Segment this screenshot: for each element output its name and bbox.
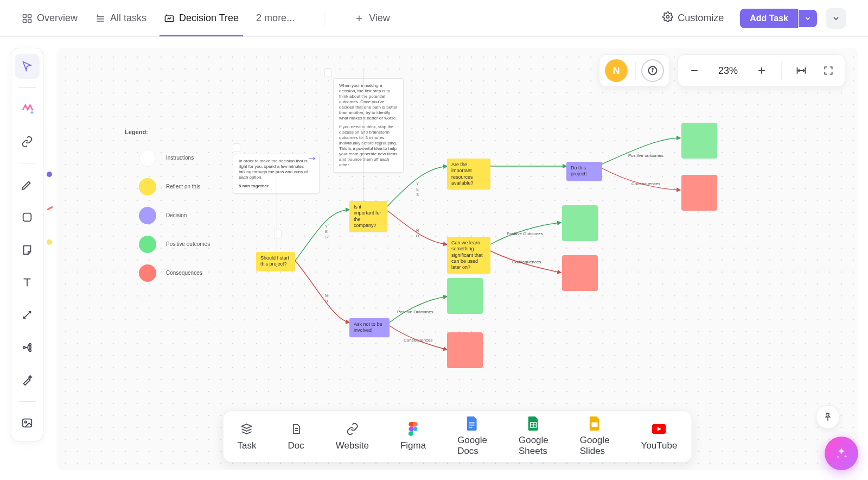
ai-fab-button[interactable] — [825, 437, 858, 470]
embed-dock: Task Doc Website Figma Google Docs Googl… — [223, 410, 692, 463]
node-resources[interactable]: Are the important resources available? — [447, 159, 490, 190]
tool-shape[interactable] — [15, 205, 40, 230]
dock-gdocs[interactable]: Google Docs — [457, 416, 487, 457]
dock-youtube[interactable]: YouTube — [641, 422, 678, 451]
add-task-button[interactable]: Add Task — [740, 9, 798, 28]
node-learn[interactable]: Can we learn something significant that … — [447, 237, 490, 274]
zoom-in-button[interactable] — [754, 63, 769, 78]
top-bar: Overview All tasks Decision Tree 2 more.… — [0, 0, 868, 37]
grid-icon — [22, 13, 33, 24]
tab-decision-tree[interactable]: Decision Tree — [164, 0, 239, 36]
svg-rect-36 — [469, 425, 475, 426]
card-stub[interactable] — [324, 68, 332, 77]
customize-label: Customize — [678, 12, 724, 24]
svg-point-17 — [29, 346, 31, 349]
svg-point-18 — [29, 350, 31, 352]
outcome-positive[interactable] — [447, 278, 483, 314]
dock-gslides[interactable]: Google Slides — [580, 416, 610, 457]
label-positive: Positive Outcomes — [397, 310, 433, 314]
svg-rect-2 — [23, 19, 27, 22]
svg-point-16 — [29, 344, 31, 346]
zoom-level[interactable]: 23% — [714, 65, 742, 77]
tab-add-view[interactable]: View — [354, 0, 390, 36]
separator — [324, 11, 324, 26]
legend-label: Consequences — [166, 270, 202, 277]
tool-ai-add[interactable]: + — [15, 97, 40, 122]
dock-label: Task — [238, 440, 257, 451]
fullscreen-button[interactable] — [821, 63, 836, 78]
tool-mindmap[interactable] — [15, 335, 40, 360]
svg-rect-35 — [469, 422, 475, 424]
tool-sticky[interactable] — [15, 237, 40, 262]
dock-label: Google Docs — [457, 435, 487, 457]
node-should-start[interactable]: Should I start this project? — [256, 252, 295, 271]
pin-dock-button[interactable] — [816, 405, 840, 429]
node-do-project[interactable]: Do this project! — [566, 162, 602, 181]
sticky-color-dot[interactable] — [47, 239, 52, 245]
dock-doc[interactable]: Doc — [288, 422, 304, 451]
outcome-positive[interactable] — [562, 205, 598, 241]
card-stub[interactable] — [274, 230, 282, 238]
legend-title: Legend: — [125, 129, 148, 136]
figma-icon — [406, 422, 420, 436]
avatar-initial: N — [613, 65, 620, 77]
more-menu-button[interactable] — [826, 8, 846, 29]
svg-point-23 — [652, 68, 653, 70]
legend-instructions: Instructions — [139, 149, 194, 167]
tool-pen[interactable] — [15, 172, 40, 197]
guide-line — [363, 70, 363, 205]
legend-swatch — [139, 207, 156, 224]
card-stub[interactable] — [233, 143, 240, 152]
add-task-dropdown[interactable] — [799, 10, 817, 27]
tool-text[interactable] — [15, 270, 40, 295]
gdocs-icon — [465, 416, 480, 431]
outcome-consequence[interactable] — [681, 175, 717, 211]
instruction-card-2[interactable]: When you're making a decision, the first… — [333, 78, 404, 173]
instruction-card-1[interactable]: In order to make the decision that is ri… — [233, 154, 320, 194]
zoom-out-button[interactable] — [687, 63, 702, 78]
dock-gsheets[interactable]: Google Sheets — [519, 416, 548, 457]
youtube-icon — [652, 422, 666, 436]
fit-width-button[interactable] — [794, 63, 809, 78]
tool-magic[interactable] — [15, 368, 40, 393]
instruction-text: If you need to think, stop the discussio… — [339, 124, 398, 168]
zoom-group: 23% — [678, 54, 845, 87]
outcome-positive[interactable] — [681, 123, 717, 159]
marker-yes: Y E S — [416, 181, 420, 197]
tool-select[interactable] — [15, 54, 40, 79]
tool-connector[interactable] — [15, 302, 40, 327]
label-consequences: Consequences — [512, 260, 541, 264]
outcome-consequence[interactable] — [447, 332, 483, 368]
legend-label: Instructions — [166, 155, 194, 162]
svg-point-43 — [845, 456, 846, 457]
dock-task[interactable]: Task — [238, 422, 257, 451]
tab-all-tasks[interactable]: All tasks — [95, 0, 146, 36]
legend-swatch — [139, 178, 156, 195]
tab-overview[interactable]: Overview — [22, 0, 78, 36]
whiteboard-icon — [164, 13, 175, 24]
gear-icon — [662, 11, 673, 25]
instruction-text-b: 5 min together — [239, 184, 314, 189]
node-ask-not-involved[interactable]: Ask not to be involved — [349, 318, 390, 337]
tool-color-dots — [47, 172, 53, 245]
node-important[interactable]: Is it important for the company? — [349, 201, 387, 232]
whiteboard-canvas[interactable]: N 23% Legend: Instructions Reflect on th… — [56, 48, 858, 470]
dock-website[interactable]: Website — [336, 422, 369, 451]
svg-text:+: + — [30, 109, 34, 116]
tab-more[interactable]: 2 more... — [256, 0, 295, 36]
dock-figma[interactable]: Figma — [400, 422, 426, 451]
outcome-consequence[interactable] — [562, 255, 598, 291]
tool-image[interactable] — [15, 410, 40, 435]
info-button[interactable] — [641, 59, 664, 82]
shape-color-swatch[interactable] — [47, 206, 53, 211]
add-task-label: Add Task — [750, 14, 788, 23]
pen-color-dot[interactable] — [47, 172, 52, 177]
svg-rect-0 — [23, 14, 27, 17]
dock-label: Google Slides — [580, 435, 610, 457]
user-avatar[interactable]: N — [605, 59, 628, 82]
legend-decision: Decision — [139, 207, 187, 224]
tab-label: All tasks — [110, 12, 146, 24]
customize-button[interactable]: Customize — [662, 11, 724, 25]
tool-link[interactable] — [15, 129, 40, 154]
legend-reflect: Reflect on this — [139, 178, 200, 195]
